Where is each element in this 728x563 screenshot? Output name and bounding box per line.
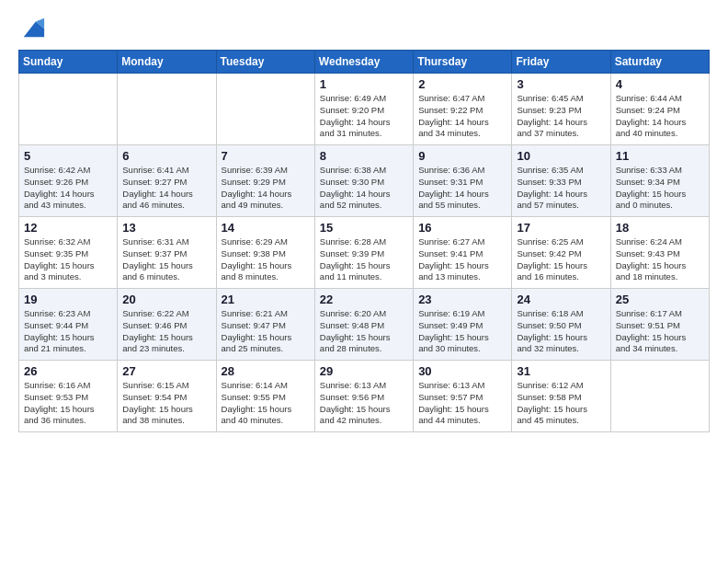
calendar-cell-w0d3: 1Sunrise: 6:49 AM Sunset: 9:20 PM Daylig…	[314, 74, 413, 145]
calendar-cell-w4d0: 26Sunrise: 6:16 AM Sunset: 9:53 PM Dayli…	[19, 361, 118, 432]
column-header-tuesday: Tuesday	[216, 51, 314, 74]
day-info: Sunrise: 6:23 AM Sunset: 9:44 PM Dayligh…	[24, 308, 112, 355]
day-number: 11	[616, 149, 704, 163]
day-number: 8	[320, 149, 408, 163]
day-info: Sunrise: 6:39 AM Sunset: 9:29 PM Dayligh…	[222, 165, 310, 212]
page: SundayMondayTuesdayWednesdayThursdayFrid…	[0, 0, 728, 563]
day-number: 25	[616, 293, 704, 306]
day-info: Sunrise: 6:13 AM Sunset: 9:57 PM Dayligh…	[418, 380, 506, 427]
day-info: Sunrise: 6:12 AM Sunset: 9:58 PM Dayligh…	[517, 380, 605, 427]
day-info: Sunrise: 6:25 AM Sunset: 9:42 PM Dayligh…	[517, 236, 605, 283]
day-number: 27	[122, 364, 210, 378]
calendar-cell-w0d1	[118, 74, 216, 145]
day-number: 1	[320, 77, 408, 91]
calendar-cell-w3d0: 19Sunrise: 6:23 AM Sunset: 9:44 PM Dayli…	[19, 289, 118, 361]
column-header-monday: Monday	[118, 51, 216, 74]
day-number: 18	[616, 221, 704, 235]
day-number: 14	[222, 221, 310, 235]
day-number: 6	[122, 149, 210, 163]
calendar-cell-w0d5: 3Sunrise: 6:45 AM Sunset: 9:23 PM Daylig…	[512, 74, 610, 145]
calendar-cell-w2d4: 16Sunrise: 6:27 AM Sunset: 9:41 PM Dayli…	[414, 217, 512, 289]
calendar-cell-w3d1: 20Sunrise: 6:22 AM Sunset: 9:46 PM Dayli…	[118, 289, 216, 361]
column-header-saturday: Saturday	[610, 51, 709, 74]
day-number: 17	[517, 221, 605, 235]
day-info: Sunrise: 6:38 AM Sunset: 9:30 PM Dayligh…	[320, 165, 408, 212]
day-info: Sunrise: 6:19 AM Sunset: 9:49 PM Dayligh…	[418, 308, 506, 355]
day-info: Sunrise: 6:22 AM Sunset: 9:46 PM Dayligh…	[122, 308, 210, 355]
logo	[18, 15, 46, 40]
calendar-cell-w2d6: 18Sunrise: 6:24 AM Sunset: 9:43 PM Dayli…	[610, 217, 709, 289]
day-number: 9	[418, 149, 506, 163]
calendar-cell-w0d0	[19, 74, 118, 145]
calendar-cell-w4d4: 30Sunrise: 6:13 AM Sunset: 9:57 PM Dayli…	[414, 361, 512, 432]
day-number: 21	[222, 293, 310, 306]
day-info: Sunrise: 6:36 AM Sunset: 9:31 PM Dayligh…	[418, 165, 506, 212]
calendar-cell-w1d2: 7Sunrise: 6:39 AM Sunset: 9:29 PM Daylig…	[216, 145, 314, 217]
calendar-cell-w4d2: 28Sunrise: 6:14 AM Sunset: 9:55 PM Dayli…	[216, 361, 314, 432]
day-info: Sunrise: 6:47 AM Sunset: 9:22 PM Dayligh…	[418, 93, 506, 140]
calendar-cell-w1d5: 10Sunrise: 6:35 AM Sunset: 9:33 PM Dayli…	[512, 145, 610, 217]
day-number: 4	[616, 77, 704, 91]
logo-icon	[20, 15, 46, 40]
day-info: Sunrise: 6:49 AM Sunset: 9:20 PM Dayligh…	[320, 93, 408, 140]
day-info: Sunrise: 6:15 AM Sunset: 9:54 PM Dayligh…	[122, 380, 210, 427]
day-number: 10	[517, 149, 605, 163]
calendar-cell-w1d6: 11Sunrise: 6:33 AM Sunset: 9:34 PM Dayli…	[610, 145, 709, 217]
calendar-cell-w3d4: 23Sunrise: 6:19 AM Sunset: 9:49 PM Dayli…	[414, 289, 512, 361]
day-number: 20	[122, 293, 210, 306]
day-info: Sunrise: 6:33 AM Sunset: 9:34 PM Dayligh…	[616, 165, 704, 212]
calendar-cell-w2d3: 15Sunrise: 6:28 AM Sunset: 9:39 PM Dayli…	[314, 217, 413, 289]
calendar-cell-w3d5: 24Sunrise: 6:18 AM Sunset: 9:50 PM Dayli…	[512, 289, 610, 361]
calendar-cell-w1d0: 5Sunrise: 6:42 AM Sunset: 9:26 PM Daylig…	[19, 145, 118, 217]
day-info: Sunrise: 6:17 AM Sunset: 9:51 PM Dayligh…	[616, 308, 704, 355]
column-header-sunday: Sunday	[19, 51, 118, 74]
day-number: 5	[24, 149, 112, 163]
day-info: Sunrise: 6:13 AM Sunset: 9:56 PM Dayligh…	[320, 380, 408, 427]
calendar-table: SundayMondayTuesdayWednesdayThursdayFrid…	[18, 50, 710, 432]
day-number: 29	[320, 364, 408, 378]
calendar-cell-w3d6: 25Sunrise: 6:17 AM Sunset: 9:51 PM Dayli…	[610, 289, 709, 361]
calendar-cell-w0d6: 4Sunrise: 6:44 AM Sunset: 9:24 PM Daylig…	[610, 74, 709, 145]
day-number: 16	[418, 221, 506, 235]
day-info: Sunrise: 6:29 AM Sunset: 9:38 PM Dayligh…	[222, 236, 310, 283]
day-number: 7	[222, 149, 310, 163]
day-info: Sunrise: 6:21 AM Sunset: 9:47 PM Dayligh…	[222, 308, 310, 355]
calendar-cell-w0d2	[216, 74, 314, 145]
calendar-cell-w3d2: 21Sunrise: 6:21 AM Sunset: 9:47 PM Dayli…	[216, 289, 314, 361]
header	[18, 15, 710, 40]
calendar-cell-w3d3: 22Sunrise: 6:20 AM Sunset: 9:48 PM Dayli…	[314, 289, 413, 361]
day-number: 23	[418, 293, 506, 306]
day-number: 30	[418, 364, 506, 378]
day-info: Sunrise: 6:44 AM Sunset: 9:24 PM Dayligh…	[616, 93, 704, 140]
day-number: 24	[517, 293, 605, 306]
day-info: Sunrise: 6:18 AM Sunset: 9:50 PM Dayligh…	[517, 308, 605, 355]
day-info: Sunrise: 6:24 AM Sunset: 9:43 PM Dayligh…	[616, 236, 704, 283]
day-info: Sunrise: 6:14 AM Sunset: 9:55 PM Dayligh…	[222, 380, 310, 427]
day-number: 3	[517, 77, 605, 91]
calendar-cell-w4d5: 31Sunrise: 6:12 AM Sunset: 9:58 PM Dayli…	[512, 361, 610, 432]
column-header-friday: Friday	[512, 51, 610, 74]
calendar-cell-w2d0: 12Sunrise: 6:32 AM Sunset: 9:35 PM Dayli…	[19, 217, 118, 289]
day-info: Sunrise: 6:31 AM Sunset: 9:37 PM Dayligh…	[122, 236, 210, 283]
day-info: Sunrise: 6:41 AM Sunset: 9:27 PM Dayligh…	[122, 165, 210, 212]
calendar-cell-w1d4: 9Sunrise: 6:36 AM Sunset: 9:31 PM Daylig…	[414, 145, 512, 217]
calendar-cell-w4d1: 27Sunrise: 6:15 AM Sunset: 9:54 PM Dayli…	[118, 361, 216, 432]
column-header-thursday: Thursday	[414, 51, 512, 74]
calendar-cell-w4d3: 29Sunrise: 6:13 AM Sunset: 9:56 PM Dayli…	[314, 361, 413, 432]
calendar-cell-w0d4: 2Sunrise: 6:47 AM Sunset: 9:22 PM Daylig…	[414, 74, 512, 145]
calendar-cell-w1d1: 6Sunrise: 6:41 AM Sunset: 9:27 PM Daylig…	[118, 145, 216, 217]
day-number: 13	[122, 221, 210, 235]
day-info: Sunrise: 6:16 AM Sunset: 9:53 PM Dayligh…	[24, 380, 112, 427]
calendar-cell-w2d1: 13Sunrise: 6:31 AM Sunset: 9:37 PM Dayli…	[118, 217, 216, 289]
calendar-cell-w4d6	[610, 361, 709, 432]
day-number: 28	[222, 364, 310, 378]
day-number: 31	[517, 364, 605, 378]
day-number: 22	[320, 293, 408, 306]
day-info: Sunrise: 6:28 AM Sunset: 9:39 PM Dayligh…	[320, 236, 408, 283]
calendar-cell-w1d3: 8Sunrise: 6:38 AM Sunset: 9:30 PM Daylig…	[314, 145, 413, 217]
day-number: 2	[418, 77, 506, 91]
day-info: Sunrise: 6:45 AM Sunset: 9:23 PM Dayligh…	[517, 93, 605, 140]
calendar-cell-w2d2: 14Sunrise: 6:29 AM Sunset: 9:38 PM Dayli…	[216, 217, 314, 289]
day-number: 12	[24, 221, 112, 235]
day-info: Sunrise: 6:42 AM Sunset: 9:26 PM Dayligh…	[24, 165, 112, 212]
